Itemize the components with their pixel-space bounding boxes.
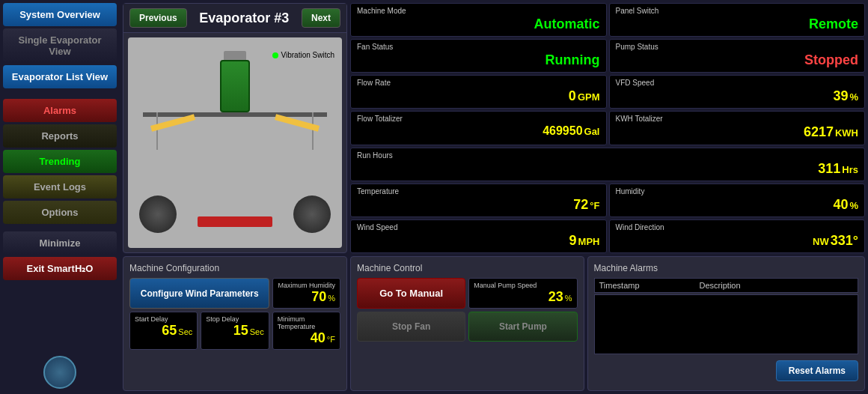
- kwh-totalizer-unit: KWH: [835, 127, 858, 139]
- stop-delay-label: Stop Delay: [206, 315, 263, 323]
- wind-speed-unit: MPH: [578, 236, 600, 247]
- max-humidity-box: Maximum Humidity 70 %: [272, 278, 340, 309]
- sidebar-item-evap-list[interactable]: Evaporator List View: [3, 65, 117, 88]
- machine-alarms-title: Machine Alarms: [594, 263, 858, 273]
- bottom-row: Machine Configuration Configure Wind Par…: [123, 256, 865, 391]
- sidebar-item-single-evap[interactable]: Single Evaporator View: [3, 28, 117, 63]
- sidebar-item-system-overview[interactable]: System Overview: [3, 3, 117, 26]
- min-temp-box: Minimum Temperature 40 °F: [272, 312, 340, 350]
- kwh-totalizer-label: KWH Totalizer: [616, 115, 859, 123]
- stop-fan-button[interactable]: Stop Fan: [357, 312, 465, 342]
- temperature-unit: °F: [590, 200, 599, 211]
- vfd-speed-value: 39: [833, 88, 848, 104]
- temperature-value: 72: [573, 197, 588, 213]
- fan-status-card: Fan Status Running: [350, 39, 607, 73]
- max-humidity-label: Maximum Humidity: [278, 282, 335, 289]
- panel-switch-label: Panel Switch: [616, 7, 859, 15]
- sidebar-item-event-logs[interactable]: Event Logs: [3, 175, 117, 198]
- machine-config-panel: Machine Configuration Configure Wind Par…: [123, 256, 347, 391]
- machine-config-title: Machine Configuration: [129, 263, 340, 273]
- machine-mode-value: Automatic: [357, 16, 600, 32]
- min-temp-value: 40: [311, 330, 326, 346]
- sidebar-logo: [3, 354, 117, 391]
- manual-pump-speed-label: Manual Pump Speed: [474, 282, 572, 289]
- evap-ball-left: [139, 196, 177, 233]
- flow-totalizer-label: Flow Totalizer: [357, 115, 600, 123]
- vibration-label: Vibration Switch: [272, 51, 334, 59]
- stop-delay-box: Stop Delay 15 Sec: [201, 312, 269, 350]
- vfd-speed-card: VFD Speed 39 %: [609, 75, 866, 109]
- alarms-description-col: Description: [700, 281, 741, 290]
- machine-alarms-panel: Machine Alarms Timestamp Description Res…: [587, 256, 865, 391]
- pump-status-card: Pump Status Stopped: [609, 39, 866, 73]
- run-hours-value: 311: [818, 161, 840, 177]
- pump-status-label: Pump Status: [616, 43, 859, 51]
- wind-direction-label: Wind Direction: [616, 223, 859, 231]
- evap-red-bar: [198, 216, 272, 227]
- main-content: Previous Evaporator #3 Next Vibration Sw…: [120, 0, 868, 394]
- wind-direction-dir: NW: [813, 236, 829, 247]
- stop-delay-unit: Sec: [250, 327, 264, 336]
- status-panel: Machine Mode Automatic Panel Switch Remo…: [350, 3, 865, 253]
- panel-switch-card: Panel Switch Remote: [609, 3, 866, 37]
- temperature-card: Temperature 72 °F: [350, 184, 607, 217]
- flow-rate-card: Flow Rate 0 GPM: [350, 75, 607, 109]
- start-delay-label: Start Delay: [135, 315, 192, 323]
- wind-speed-card: Wind Speed 9 MPH: [350, 219, 607, 253]
- run-hours-label: Run Hours: [357, 151, 858, 160]
- next-button[interactable]: Next: [302, 8, 340, 28]
- humidity-label: Humidity: [616, 187, 859, 196]
- evap-body: [220, 60, 250, 112]
- evap-header: Previous Evaporator #3 Next: [123, 4, 346, 33]
- go-to-manual-button[interactable]: Go To Manual: [357, 278, 465, 309]
- configure-wind-button[interactable]: Configure Wind Parameters: [129, 278, 269, 309]
- manual-pump-speed-unit: %: [565, 294, 572, 303]
- manual-pump-speed-box: Manual Pump Speed 23 %: [468, 278, 577, 309]
- alarms-table-header: Timestamp Description: [594, 278, 858, 293]
- sidebar-item-exit[interactable]: Exit SmartH₂O: [3, 257, 117, 280]
- evap-hbar: [143, 112, 327, 117]
- control-grid: Go To Manual Manual Pump Speed 23 % Stop…: [357, 278, 578, 342]
- evap-diagram: Vibration Switch: [128, 37, 342, 248]
- sidebar-item-trending[interactable]: Trending: [3, 150, 117, 173]
- sidebar-item-minimize[interactable]: Minimize: [3, 231, 117, 255]
- alarms-timestamp-col: Timestamp: [599, 281, 640, 290]
- alarms-body: [594, 294, 858, 354]
- run-hours-card: Run Hours 311 Hrs: [350, 148, 865, 181]
- wind-direction-value: 331°: [831, 233, 858, 249]
- machine-mode-label: Machine Mode: [357, 7, 600, 15]
- sidebar-item-reports[interactable]: Reports: [3, 124, 117, 148]
- humidity-card: Humidity 40 %: [609, 184, 866, 217]
- stop-delay-value: 15: [233, 323, 248, 339]
- flow-totalizer-unit: Gal: [584, 126, 600, 137]
- fan-status-value: Running: [357, 52, 600, 68]
- sidebar-item-options[interactable]: Options: [3, 201, 117, 224]
- humidity-value: 40: [833, 197, 848, 213]
- flow-rate-unit: GPM: [578, 91, 600, 103]
- sidebar-item-alarms[interactable]: Alarms: [3, 99, 117, 122]
- flow-rate-value: 0: [569, 88, 576, 104]
- wind-speed-value: 9: [569, 233, 577, 249]
- manual-pump-speed-value: 23: [548, 289, 563, 305]
- vfd-speed-unit: %: [849, 91, 858, 103]
- max-humidity-value: 70: [311, 289, 326, 305]
- wind-direction-card: Wind Direction NW 331°: [609, 219, 866, 253]
- top-row: Previous Evaporator #3 Next Vibration Sw…: [123, 3, 865, 253]
- machine-mode-card: Machine Mode Automatic: [350, 3, 607, 37]
- run-hours-unit: Hrs: [842, 164, 858, 175]
- start-delay-unit: Sec: [178, 327, 192, 336]
- reset-alarms-button[interactable]: Reset Alarms: [776, 360, 858, 381]
- kwh-totalizer-value: 6217: [804, 124, 834, 140]
- evap-chain-right: [312, 112, 314, 150]
- max-humidity-unit: %: [328, 294, 335, 303]
- temperature-label: Temperature: [357, 187, 600, 196]
- start-pump-button[interactable]: Start Pump: [468, 312, 577, 342]
- prev-button[interactable]: Previous: [129, 8, 187, 28]
- fan-status-label: Fan Status: [357, 43, 600, 51]
- kwh-totalizer-card: KWH Totalizer 6217 KWH: [609, 111, 866, 145]
- min-temp-unit: °F: [327, 335, 335, 344]
- start-delay-box: Start Delay 65 Sec: [129, 312, 198, 350]
- config-delays-row: Start Delay 65 Sec Stop Delay 15 Sec Min…: [129, 312, 340, 350]
- vfd-speed-label: VFD Speed: [616, 79, 859, 87]
- sidebar: System Overview Single Evaporator View E…: [0, 0, 120, 394]
